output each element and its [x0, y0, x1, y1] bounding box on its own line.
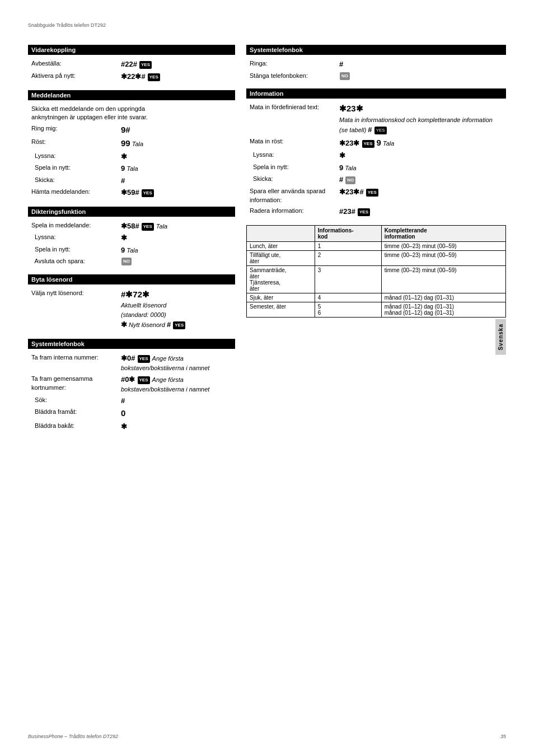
label-lyssna-3: Lyssna: — [250, 150, 339, 160]
row-mata-in-rost: Mata in röst: ✱23✱ YES 9 Tala — [246, 136, 506, 150]
label-lyssna-2: Lyssna: — [31, 232, 121, 242]
value-lyssna-3: ✱ — [339, 150, 503, 161]
row-avsluta-spara: Avsluta och spara: NO — [28, 256, 235, 267]
section-header-systtlf-left: Systemtelefonbok — [28, 339, 235, 349]
section-systemtelefonbok-left: Systemtelefonbok Ta fram interna nummer:… — [28, 339, 235, 433]
value-mata-in-text: ✱23✱ Mata in informationskod och komplet… — [339, 102, 503, 136]
left-column: Vidarekoppling Avbeställa: #22# YES Akti… — [28, 45, 235, 440]
value-stanga-tlf: NO — [339, 71, 503, 81]
row-lyssna-1: Lyssna: ✱ — [28, 151, 235, 163]
svenska-tab: Svenska — [495, 319, 506, 355]
label-skicka-3: Skicka: — [250, 174, 339, 184]
label-spara-anvanda: Spara eller använda sparad information: — [250, 186, 339, 205]
value-lyssna-2: ✱ — [121, 232, 232, 244]
row-spara-anvanda: Spara eller använda sparad information: … — [246, 186, 506, 206]
value-ring-mig: 9# — [121, 124, 232, 137]
section-header-meddelanden: Meddelanden — [28, 90, 235, 100]
value-valja-losenord: #✱72✱ Aktuellt lösenord (standard: 0000)… — [121, 288, 232, 330]
label-ringa: Ringa: — [250, 59, 339, 68]
footer-left: BusinessPhone – Trådlös telefon DT292 — [28, 734, 118, 739]
row-ring-mig: Ring mig: 9# — [28, 123, 235, 137]
row-stanga-tlf: Stänga telefonboken: NO — [246, 71, 506, 81]
section-systemtelefonbok-right: Systemtelefonbok Ringa: # Stänga telefon… — [246, 45, 506, 81]
table-cell-comp: månad (01–12) dag (01–31) — [381, 293, 505, 302]
row-mata-in-text: Mata in fördefinierad text: ✱23✱ Mata in… — [246, 102, 506, 136]
label-radera: Radera information: — [250, 206, 339, 216]
row-skicka-3: Skicka: # NO — [246, 174, 506, 186]
row-spela-in-medd: Spela in meddelande: ✱58# YES Tala — [28, 220, 235, 232]
value-avbestalla: #22# YES — [121, 59, 232, 70]
info-table: Informations-kod Kompletterandeinformati… — [246, 225, 506, 318]
value-ringa: # — [339, 59, 503, 70]
row-valja-losenord: Välja nytt lösenord: #✱72✱ Aktuellt löse… — [28, 288, 235, 331]
row-bladd-framat: Bläddra framåt: 0 — [28, 407, 235, 421]
page-container: Snabbguide Trådlös telefon DT292 Vidarek… — [0, 0, 534, 756]
section-header-information: Information — [246, 88, 506, 99]
table-row: Sjuk, äter 4 månad (01–12) dag (01–31) — [247, 293, 506, 302]
section-header-vidarekoppling: Vidarekoppling — [28, 45, 235, 55]
table-cell-name: Sjuk, äter — [247, 293, 315, 302]
label-ring-mig: Ring mig: — [31, 124, 121, 133]
value-spara-anvanda: ✱23✱# YES — [339, 186, 503, 198]
label-aktivera: Aktivera på nytt: — [31, 71, 121, 81]
value-spela-in-nytt-3: 9 Tala — [339, 162, 503, 174]
right-column: Systemtelefonbok Ringa: # Stänga telefon… — [246, 45, 506, 440]
value-spela-in-medd: ✱58# YES Tala — [121, 221, 232, 232]
row-ta-fram-interna: Ta fram interna nummer: ✱0# YES Ange för… — [28, 352, 235, 374]
section-vidarekoppling: Vidarekoppling Avbeställa: #22# YES Akti… — [28, 45, 235, 82]
label-spela-in-nytt-3: Spela in nytt: — [250, 162, 339, 172]
row-ta-fram-gemensam: Ta fram gemensamma kortnummer: #0✱ YES A… — [28, 374, 235, 395]
row-hamta: Hämta meddelanden: ✱59# YES — [28, 186, 235, 199]
row-lyssna-3: Lyssna: ✱ — [246, 150, 506, 162]
table-header-kompletterande: Kompletterandeinformation — [381, 226, 505, 242]
row-lyssna-2: Lyssna: ✱ — [28, 232, 235, 244]
section-information: Information Mata in fördefinierad text: … — [246, 88, 506, 217]
value-hamta: ✱59# YES — [121, 187, 232, 198]
table-header-empty — [247, 226, 315, 242]
row-spela-in-nytt-2: Spela in nytt: 9 Tala — [28, 244, 235, 256]
value-spela-in-nytt-2: 9 Tala — [121, 245, 232, 256]
label-skicka-1: Skicka: — [31, 175, 121, 185]
value-ta-fram-gemensam: #0✱ YES Ange första bokstaven/bokstävern… — [121, 374, 232, 394]
footer-right: 35 — [500, 734, 506, 739]
table-header-infokod: Informations-kod — [315, 226, 381, 242]
table-row: Sammanträde,äterTjänsteresa,äter 3 timme… — [247, 266, 506, 293]
section-meddelanden: Meddelanden Skicka ett meddelande om den… — [28, 90, 235, 199]
value-aktivera: ✱22✱# YES — [121, 71, 232, 82]
label-avbestalla: Avbeställa: — [31, 59, 121, 68]
value-mata-in-rost: ✱23✱ YES 9 Tala — [339, 137, 503, 150]
section-byta-losenord: Byta lösenord Välja nytt lösenord: #✱72✱… — [28, 274, 235, 331]
svenska-label: Svenska — [498, 324, 504, 351]
table-cell-code: 56 — [315, 302, 381, 318]
label-mata-in-text: Mata in fördefinierad text: — [250, 102, 339, 112]
label-avsluta-spara: Avsluta och spara: — [31, 256, 121, 266]
row-spela-in-nytt-3: Spela in nytt: 9 Tala — [246, 162, 506, 174]
label-ta-fram-interna: Ta fram interna nummer: — [31, 353, 121, 362]
desc-meddelanden: Skicka ett meddelande om den uppringdaan… — [28, 104, 235, 123]
row-radera: Radera information: #23# YES — [246, 206, 506, 218]
label-bladd-bakat: Bläddra bakåt: — [31, 421, 121, 431]
value-bladd-bakat: ✱ — [121, 421, 232, 432]
value-spela-in-nytt-1: 9 Tala — [121, 163, 232, 174]
label-spela-in-nytt-2: Spela in nytt: — [31, 245, 121, 254]
row-rost: Röst: 99 Tala — [28, 137, 235, 151]
row-ringa: Ringa: # — [246, 58, 506, 71]
label-bladd-framat: Bläddra framåt: — [31, 407, 121, 417]
value-radera: #23# YES — [339, 206, 503, 217]
label-stanga-tlf: Stänga telefonboken: — [250, 71, 339, 81]
row-aktivera: Aktivera på nytt: ✱22✱# YES — [28, 71, 235, 83]
value-rost: 99 Tala — [121, 137, 232, 150]
main-content: Vidarekoppling Avbeställa: #22# YES Akti… — [28, 45, 506, 440]
label-rost: Röst: — [31, 137, 121, 147]
value-bladd-framat: 0 — [121, 407, 232, 420]
label-valja-losenord: Välja nytt lösenord: — [31, 288, 121, 298]
table-cell-code: 1 — [315, 242, 381, 251]
value-avsluta-spara: NO — [121, 256, 232, 266]
label-spela-in-nytt-1: Spela in nytt: — [31, 163, 121, 172]
table-cell-comp: timme (00–23) minut (00–59) — [381, 251, 505, 266]
header-text: Snabbguide Trådlös telefon DT292 — [28, 22, 106, 28]
label-lyssna-1: Lyssna: — [31, 151, 121, 161]
info-table-container: Informations-kod Kompletterandeinformati… — [246, 225, 506, 318]
label-spela-in-medd: Spela in meddelande: — [31, 221, 121, 230]
table-cell-code: 3 — [315, 266, 381, 293]
